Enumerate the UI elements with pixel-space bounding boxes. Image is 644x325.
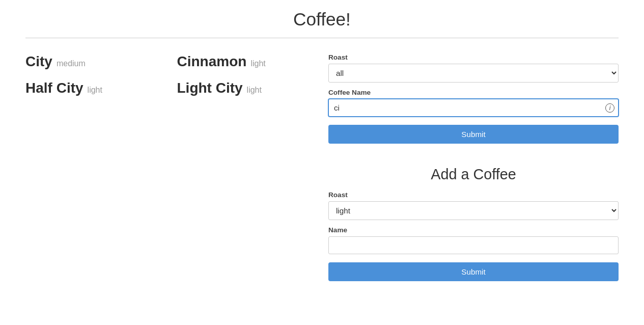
coffee-roast: light: [250, 59, 265, 68]
add-coffee-title: Add a Coffee: [328, 166, 619, 183]
search-name-label: Coffee Name: [328, 89, 619, 96]
main-layout: City medium Cinnamon light Half City lig…: [0, 38, 644, 291]
list-item: Light City light: [177, 80, 309, 96]
add-coffee-section: Add a Coffee Roast lightmediumdark Name …: [328, 166, 619, 281]
coffee-name: City: [25, 53, 52, 70]
search-name-group: Coffee Name i: [328, 89, 619, 117]
page-title: Coffee!: [0, 0, 644, 38]
coffee-name: Half City: [25, 80, 83, 96]
add-roast-group: Roast lightmediumdark: [328, 191, 619, 220]
search-name-wrapper: i: [328, 99, 619, 117]
search-roast-label: Roast: [328, 53, 619, 61]
search-submit-button[interactable]: Submit: [328, 125, 619, 144]
search-roast-select[interactable]: alllightmediumdark: [328, 64, 619, 83]
right-panel: Roast alllightmediumdark Coffee Name i S…: [328, 53, 619, 281]
coffee-roast: medium: [57, 59, 86, 68]
info-icon: i: [605, 103, 614, 113]
search-name-input[interactable]: [328, 99, 619, 117]
add-roast-label: Roast: [328, 191, 619, 199]
list-item: City medium: [25, 53, 157, 70]
add-submit-button[interactable]: Submit: [328, 262, 619, 281]
add-name-label: Name: [328, 226, 619, 234]
coffee-roast: light: [247, 86, 262, 95]
search-roast-group: Roast alllightmediumdark: [328, 53, 619, 83]
coffee-roast: light: [88, 86, 102, 95]
add-name-group: Name: [328, 226, 619, 254]
list-item: Cinnamon light: [177, 53, 309, 70]
coffee-list: City medium Cinnamon light Half City lig…: [25, 53, 308, 281]
add-roast-select[interactable]: lightmediumdark: [328, 201, 619, 220]
add-name-input[interactable]: [328, 236, 619, 254]
coffee-name: Light City: [177, 80, 243, 96]
list-item: Half City light: [25, 80, 157, 96]
coffee-name: Cinnamon: [177, 53, 247, 70]
search-section: Roast alllightmediumdark Coffee Name i S…: [328, 53, 619, 144]
